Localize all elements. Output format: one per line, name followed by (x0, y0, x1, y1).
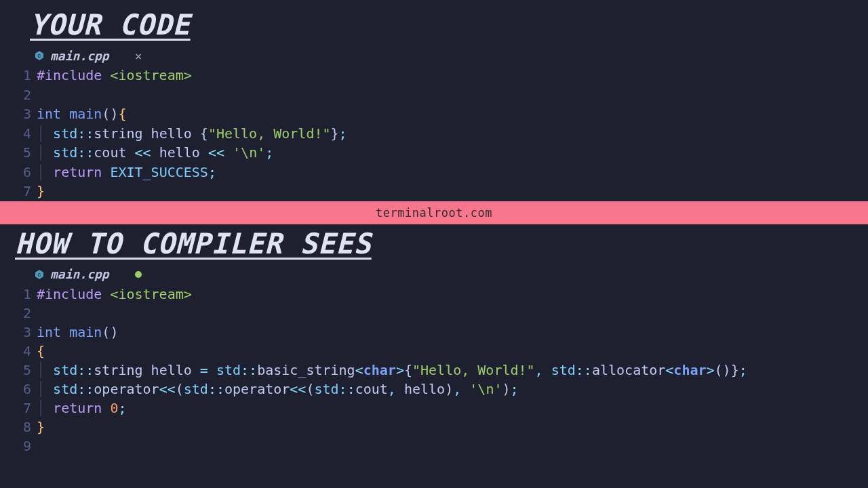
tab-filename[interactable]: main.cpp (50, 49, 109, 63)
code-line: 6│ std::operator<<(std::operator<<(std::… (12, 380, 868, 399)
line-number: 6 (12, 380, 31, 399)
cpp-file-icon: C (34, 269, 45, 280)
code-line: 7│ return 0; (12, 399, 868, 418)
watermark-text: terminalroot.com (376, 206, 492, 220)
modified-dot-icon (135, 271, 142, 278)
code-line: 7} (12, 182, 868, 201)
code-line: 1#include <iostream> (12, 66, 868, 85)
tab-bar-top: C main.cpp × (0, 45, 868, 66)
code-your-code: 1#include <iostream> 2 3int main(){ 4│ s… (0, 66, 868, 201)
bottom-section: HOW TO COMPILER SEES C main.cpp 1#includ… (0, 224, 868, 455)
cpp-file-icon: C (34, 50, 45, 61)
code-line: 1#include <iostream> (12, 285, 868, 304)
code-line: 3int main() (12, 323, 868, 342)
code-line: 5│ std::string hello = std::basic_string… (12, 361, 868, 380)
code-line: 4{ (12, 342, 868, 361)
line-number: 3 (12, 323, 31, 342)
code-line: 4│ std::string hello {"Hello, World!"}; (12, 124, 868, 144)
line-number: 6 (12, 163, 31, 182)
code-compiler-sees: 1#include <iostream> 2 3int main() 4{ 5│… (0, 285, 868, 455)
code-line: 5│ std::cout << hello << '\n'; (12, 143, 868, 163)
tab-bar-bottom: C main.cpp (0, 264, 868, 285)
divider-banner: terminalroot.com (0, 201, 868, 224)
line-number: 5 (12, 143, 31, 163)
code-line: 8} (12, 418, 868, 436)
line-number: 5 (12, 361, 31, 380)
svg-text:C: C (38, 272, 41, 277)
tab-filename[interactable]: main.cpp (50, 267, 109, 281)
code-line: 2 (12, 85, 868, 105)
line-number: 8 (12, 418, 31, 436)
code-line: 2 (12, 304, 868, 323)
line-number: 7 (12, 399, 31, 418)
line-number: 1 (12, 285, 31, 304)
line-number: 4 (12, 124, 31, 144)
top-section: YOUR CODE C main.cpp × 1#include <iostre… (0, 0, 868, 201)
line-number: 4 (12, 342, 31, 361)
line-number: 7 (12, 182, 31, 201)
line-number: 2 (12, 304, 31, 323)
close-icon[interactable]: × (135, 49, 142, 63)
code-line: 6│ return EXIT_SUCCESS; (12, 163, 868, 182)
svg-text:C: C (38, 54, 41, 58)
code-line: 9 (12, 436, 868, 455)
code-line: 3int main(){ (12, 104, 868, 124)
line-number: 3 (12, 104, 31, 124)
line-number: 9 (12, 436, 31, 455)
heading-compiler-sees: HOW TO COMPILER SEES (0, 224, 868, 264)
line-number: 2 (12, 85, 31, 105)
line-number: 1 (12, 66, 31, 85)
heading-your-code: YOUR CODE (0, 0, 868, 45)
